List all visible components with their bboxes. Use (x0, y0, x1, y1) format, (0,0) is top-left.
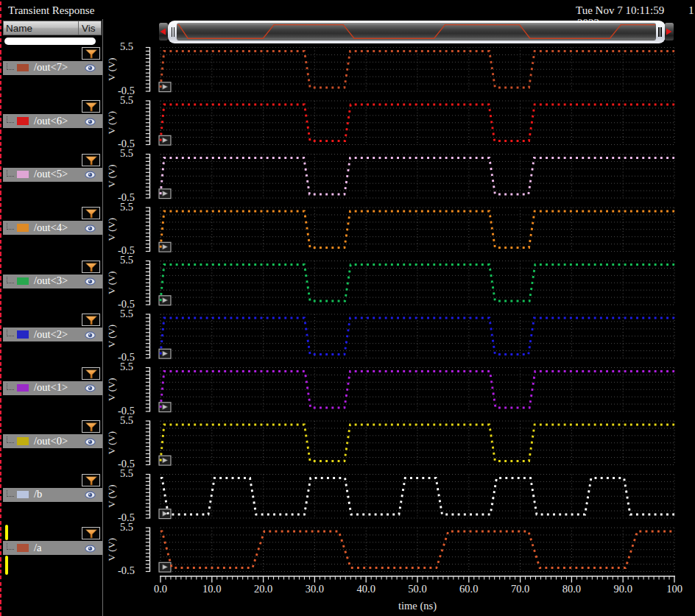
eye-icon[interactable] (85, 224, 96, 233)
trace-color-swatch[interactable] (17, 117, 29, 125)
signal-row-/out<6>[interactable]: /out<6> (3, 114, 102, 128)
dock-drag-handle[interactable] (0, 1, 1, 616)
signal-name[interactable]: /b (34, 488, 42, 500)
x-tick-label: 70.0 (511, 583, 529, 595)
thumb-left-grip-bar1[interactable] (172, 27, 173, 38)
trace-color-swatch[interactable] (17, 330, 29, 339)
column-header-vis[interactable]: Vis (82, 23, 96, 34)
eye-icon[interactable] (85, 384, 96, 392)
tree-branch-icon (7, 330, 14, 336)
eye-icon[interactable] (85, 438, 96, 446)
x-tick-label: 80.0 (562, 583, 581, 595)
panel-splitter[interactable] (102, 19, 104, 616)
filter-funnel-button[interactable] (82, 100, 100, 113)
filter-funnel-button[interactable] (82, 474, 100, 486)
y-max-label: 5.5 (120, 201, 133, 213)
thumb-right-grip-bar1[interactable] (658, 27, 660, 38)
filter-funnel-button[interactable] (82, 314, 100, 326)
eye-icon[interactable] (85, 331, 96, 339)
y-max-label: 5.5 (120, 308, 133, 319)
x-axis-title: time (ns) (398, 600, 437, 612)
trace-color-swatch[interactable] (17, 544, 29, 552)
y-max-label: 5.5 (120, 467, 133, 479)
x-tick-label: 100 (666, 583, 682, 595)
filter-funnel-button[interactable] (82, 261, 100, 273)
thumb-right-grip-bar2[interactable] (660, 27, 662, 38)
filter-funnel-button[interactable] (82, 207, 100, 219)
signal-row-/out<0>[interactable]: /out<0> (3, 434, 102, 448)
signal-filter-input[interactable] (4, 38, 96, 45)
signal-name[interactable]: /out<3> (34, 275, 68, 287)
zoom-overview-track[interactable] (177, 23, 656, 40)
signal-row-/out<5>[interactable]: /out<5> (3, 168, 102, 182)
x-tick-label: 0.0 (154, 583, 167, 595)
eye-icon[interactable] (85, 491, 96, 499)
signal-name[interactable]: /out<6> (34, 115, 68, 127)
trace-color-swatch[interactable] (17, 437, 29, 445)
signal-row-/out<2>[interactable]: /out<2> (3, 328, 102, 341)
scroll-left-button[interactable] (159, 23, 168, 40)
strip-/out<4>: 5.5-0.5V (V) (106, 201, 675, 257)
y-axis-title: V (V) (106, 164, 117, 188)
trace-color-swatch[interactable] (17, 224, 29, 232)
funnel-icon (83, 49, 99, 59)
signal-name[interactable]: /out<2> (34, 328, 68, 341)
signal-name[interactable]: /out<4> (34, 222, 68, 234)
tree-branch-icon (7, 223, 14, 230)
eye-icon[interactable] (85, 118, 96, 126)
tree-branch-icon (7, 116, 14, 123)
signal-row-/a[interactable]: /a (3, 541, 102, 555)
trace-color-swatch[interactable] (17, 384, 29, 392)
signal-name[interactable]: /out<5> (34, 168, 68, 180)
tree-branch-icon (7, 490, 14, 497)
filter-funnel-button[interactable] (82, 420, 100, 433)
y-max-label: 5.5 (120, 94, 133, 106)
trace-color-swatch[interactable] (17, 491, 29, 499)
overview-trace-polyline (177, 25, 655, 39)
scroll-right-button[interactable] (665, 23, 674, 40)
x-tick-label: 60.0 (459, 583, 478, 595)
y-min-label: -0.5 (118, 564, 135, 576)
signal-name[interactable]: /out<0> (34, 435, 68, 447)
zoom-scrollbar[interactable] (158, 19, 676, 46)
timestamp-line1: Tue Nov 7 10:11:59 (576, 4, 664, 17)
trace-color-swatch[interactable] (17, 171, 29, 179)
filter-funnel-button[interactable] (82, 527, 100, 539)
signal-list-header: Name Vis (3, 21, 102, 35)
tree-branch-icon (7, 543, 14, 550)
signal-row-/out<3>[interactable]: /out<3> (3, 275, 102, 288)
eye-icon[interactable] (85, 171, 96, 179)
y-max-label: 5.5 (120, 40, 133, 52)
eye-icon[interactable] (85, 545, 96, 553)
strip-/out<1>: 5.5-0.5V (V) (106, 361, 675, 417)
zoom-scrollbar-thumb[interactable] (168, 21, 666, 43)
y-axis-title: V (V) (106, 271, 117, 294)
column-separator[interactable] (78, 21, 79, 35)
signal-row-/out<7>[interactable]: /out<7> (3, 61, 102, 75)
y-axis-title: V (V) (106, 325, 117, 348)
trace-color-swatch[interactable] (17, 64, 29, 72)
signal-row-/b[interactable]: /b (3, 488, 102, 502)
x-tick-label: 50.0 (408, 583, 426, 595)
y-max-label: 5.5 (120, 521, 133, 533)
trace-color-swatch[interactable] (17, 277, 29, 286)
filter-funnel-button[interactable] (82, 47, 100, 60)
strip-/out<2>: 5.5-0.5V (V) (106, 308, 675, 364)
signal-name[interactable]: /out<1> (34, 381, 68, 394)
thumb-left-grip-bar2[interactable] (174, 27, 175, 38)
signal-list-panel: Name Vis /out<7> /out<6> (0, 0, 103, 616)
eye-icon[interactable] (85, 64, 96, 72)
eye-icon[interactable] (85, 277, 96, 286)
waveform-plot-area[interactable]: 5.5-0.5V (V)5.5-0.5V (V)5.5-0.5V (V)5.5-… (0, 0, 695, 616)
strip-/b: 5.5-0.5V (V) (106, 467, 675, 523)
funnel-icon (83, 262, 99, 272)
filter-funnel-button[interactable] (82, 367, 100, 380)
y-axis-title: V (V) (106, 57, 117, 81)
filter-funnel-button[interactable] (82, 154, 100, 166)
tree-branch-icon (7, 383, 14, 390)
signal-row-/out<1>[interactable]: /out<1> (3, 381, 102, 395)
column-header-name[interactable]: Name (6, 23, 32, 34)
signal-name[interactable]: /a (34, 542, 41, 554)
signal-name[interactable]: /out<7> (34, 61, 68, 74)
signal-row-/out<4>[interactable]: /out<4> (3, 221, 102, 235)
